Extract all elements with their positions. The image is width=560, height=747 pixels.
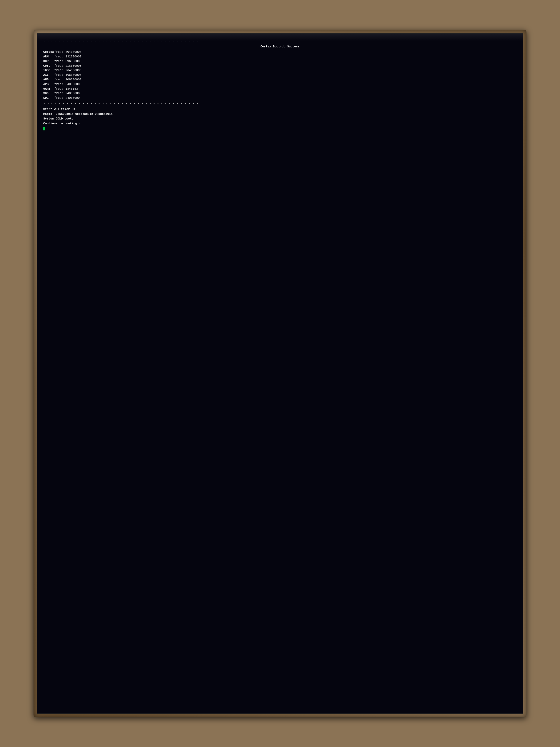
status-lines: Start WDT timer OK.Magic: 0x5a02d01c 0x5…	[43, 107, 517, 126]
freq-value: 24000000	[65, 96, 80, 100]
freq-key: freq:	[54, 59, 65, 64]
status-line: Magic: 0x5a02d01c 0x5acad81e 0x58ca401a	[43, 112, 517, 117]
freq-row: iDSPfreq:264000000	[43, 68, 517, 73]
freq-key: freq:	[54, 77, 65, 82]
freq-label: AHB	[43, 77, 54, 82]
freq-label: SD0	[43, 91, 54, 96]
freq-value: 264000000	[65, 68, 81, 73]
freq-row: AHBfreq:108000000	[43, 77, 517, 82]
freq-key: freq:	[54, 54, 65, 59]
monitor-outer: - - - - - - - - - - - - - - - - - - - - …	[33, 30, 526, 717]
freq-row: DDRfreq:396000000	[43, 59, 517, 64]
freq-value: 54000000	[65, 82, 80, 87]
freq-row: UARTfreq:1846153	[43, 87, 517, 91]
freq-row: Cortexfreq:504000000	[43, 50, 517, 54]
freq-key: freq:	[54, 73, 65, 77]
freq-value: 132000000	[65, 54, 81, 59]
freq-label: APB	[43, 82, 54, 87]
freq-value: 216000000	[65, 64, 81, 68]
freq-value: 168000000	[65, 73, 81, 77]
freq-key: freq:	[54, 87, 65, 91]
freq-row: AXIfreq:168000000	[43, 73, 517, 77]
freq-label: DDR	[43, 59, 54, 64]
boot-title: Cortex Boot-Up Success	[43, 45, 517, 48]
freq-value: 24000000	[65, 91, 80, 96]
top-divider: - - - - - - - - - - - - - - - - - - - - …	[43, 40, 517, 44]
freq-key: freq:	[54, 64, 65, 68]
freq-value: 1846153	[65, 87, 78, 91]
status-line: Start WDT timer OK.	[43, 107, 517, 112]
freq-row: SD0freq:24000000	[43, 91, 517, 96]
freq-row: APBfreq:54000000	[43, 82, 517, 87]
screen: - - - - - - - - - - - - - - - - - - - - …	[37, 33, 523, 713]
freq-label: ARM	[43, 54, 54, 59]
monitor-bezel: - - - - - - - - - - - - - - - - - - - - …	[37, 33, 523, 714]
freq-key: freq:	[54, 82, 65, 87]
freq-value: 108000000	[65, 77, 81, 82]
bottom-divider: - - - - - - - - - - - - - - - - - - - - …	[43, 102, 517, 105]
terminal-cursor	[43, 127, 45, 130]
freq-value: 504000000	[65, 50, 81, 54]
freq-row: ARMfreq:132000000	[43, 54, 517, 59]
freq-key: freq:	[54, 68, 65, 73]
freq-row: Corefreq:216000000	[43, 64, 517, 68]
freq-value: 396000000	[65, 59, 81, 64]
freq-label: AXI	[43, 73, 54, 77]
status-line: System COLD boot.	[43, 117, 517, 121]
cursor-line	[43, 127, 517, 130]
freq-key: freq:	[54, 50, 65, 54]
freq-label: Core	[43, 64, 54, 68]
freq-label: SD1	[43, 96, 54, 100]
freq-key: freq:	[54, 91, 65, 96]
freq-key: freq:	[54, 96, 65, 100]
freq-label: Cortex	[43, 50, 54, 54]
freq-label: UART	[43, 87, 54, 91]
freq-label: iDSP	[43, 68, 54, 73]
frequency-table: Cortexfreq:504000000ARMfreq:132000000DDR…	[43, 50, 517, 100]
freq-row: SD1freq:24000000	[43, 96, 517, 100]
status-line: Continue to booting up ......	[43, 121, 517, 126]
screen-glare	[37, 33, 523, 41]
